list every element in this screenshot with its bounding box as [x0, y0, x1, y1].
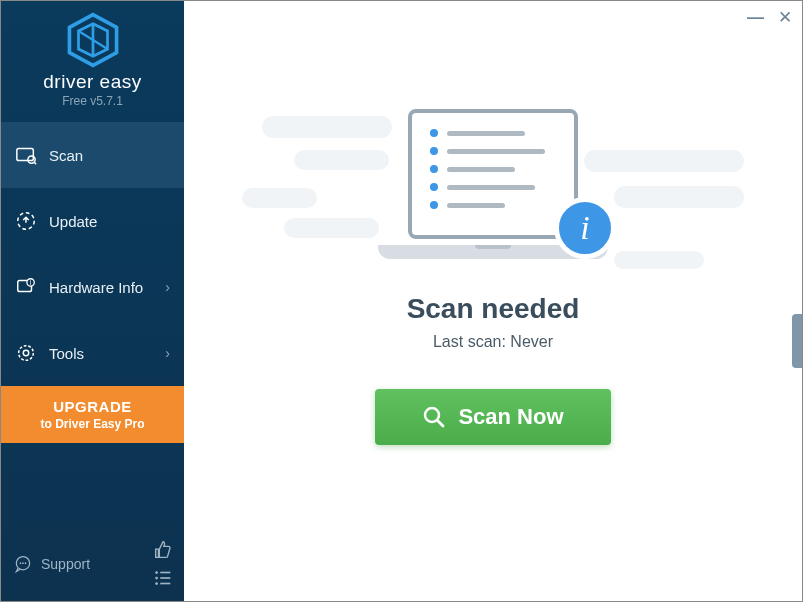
nav-item-update[interactable]: Update — [1, 188, 184, 254]
scan-now-button[interactable]: Scan Now — [375, 389, 611, 445]
app-logo-icon — [64, 11, 122, 69]
upgrade-subtitle: to Driver Easy Pro — [5, 417, 180, 431]
svg-point-19 — [155, 577, 158, 580]
svg-text:i: i — [30, 279, 31, 286]
info-badge-icon: i — [554, 197, 616, 259]
magnify-icon — [422, 405, 446, 429]
brand-name: driver easy — [1, 71, 184, 93]
list-icon[interactable] — [152, 567, 174, 589]
status-title: Scan needed — [407, 293, 580, 325]
content: i Scan needed Last scan: Never Scan Now — [184, 1, 802, 601]
svg-point-16 — [25, 562, 27, 564]
logo-area: driver easy Free v5.7.1 — [1, 1, 184, 122]
support-chat-icon — [13, 554, 33, 574]
chevron-right-icon: › — [165, 279, 170, 295]
hardware-info-icon: i — [15, 276, 37, 298]
nav-label: Scan — [49, 147, 83, 164]
svg-point-5 — [28, 156, 35, 163]
svg-line-6 — [34, 162, 36, 164]
svg-point-12 — [23, 350, 29, 356]
svg-point-21 — [155, 582, 158, 585]
chevron-right-icon: › — [165, 345, 170, 361]
upgrade-button[interactable]: UPGRADE to Driver Easy Pro — [1, 386, 184, 443]
side-panel-handle[interactable] — [792, 314, 802, 368]
tools-icon — [15, 342, 37, 364]
svg-line-24 — [438, 421, 444, 427]
nav-label: Tools — [49, 345, 84, 362]
scan-illustration: i — [378, 109, 608, 269]
svg-point-17 — [155, 571, 158, 574]
nav-item-scan[interactable]: Scan — [1, 122, 184, 188]
nav-item-hardware-info[interactable]: i Hardware Info › — [1, 254, 184, 320]
support-button[interactable]: Support — [13, 554, 90, 574]
last-scan-label: Last scan: Never — [433, 333, 553, 351]
svg-point-11 — [19, 346, 34, 361]
upgrade-title: UPGRADE — [5, 398, 180, 415]
sidebar-bottom: Support — [1, 531, 184, 601]
scan-now-label: Scan Now — [458, 404, 563, 430]
update-icon — [15, 210, 37, 232]
svg-point-15 — [22, 562, 24, 564]
scan-icon — [15, 144, 37, 166]
version-label: Free v5.7.1 — [1, 94, 184, 108]
support-label: Support — [41, 556, 90, 572]
nav-label: Hardware Info — [49, 279, 143, 296]
nav-item-tools[interactable]: Tools › — [1, 320, 184, 386]
thumbs-up-icon[interactable] — [152, 539, 174, 561]
nav-label: Update — [49, 213, 97, 230]
svg-rect-4 — [17, 149, 34, 161]
main-area: — ✕ i Scan needed Last s — [184, 1, 802, 601]
nav: Scan Update i Hardware Info › Tools › UP… — [1, 122, 184, 443]
svg-point-14 — [20, 562, 22, 564]
sidebar: driver easy Free v5.7.1 Scan Update i Ha… — [1, 1, 184, 601]
